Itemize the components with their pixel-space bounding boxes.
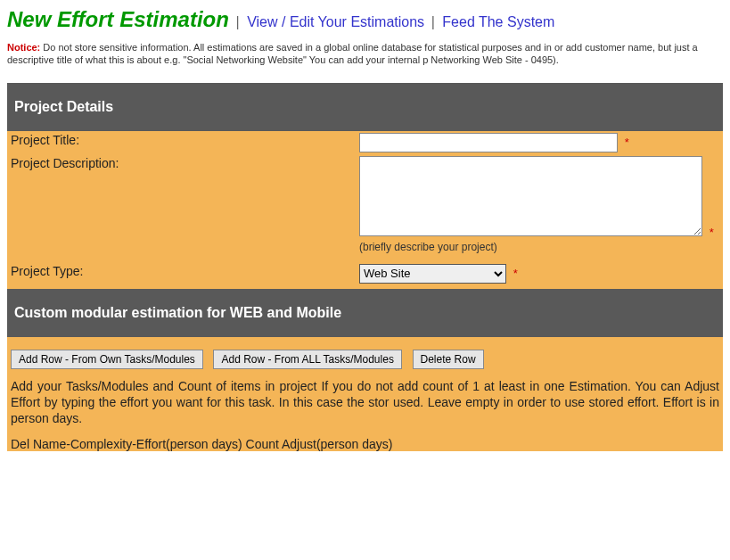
notice-block: Notice: Do not store sensitive informati…	[7, 41, 723, 67]
separator: |	[236, 14, 244, 29]
col-name: Name-Complexity-Effort(person days)	[33, 437, 242, 451]
project-details-panel: Project Details Project Title: * Project…	[7, 83, 723, 452]
view-edit-link[interactable]: View / Edit Your Estimations	[247, 14, 424, 29]
notice-text: Do not store sensitive information. All …	[7, 42, 698, 65]
page-title: New Effort Estimation	[7, 7, 229, 31]
required-marker: *	[625, 136, 629, 149]
project-details-header: Project Details	[7, 83, 723, 131]
col-count: Count	[246, 437, 279, 451]
project-description-label: Project Description:	[7, 156, 359, 170]
separator: |	[431, 14, 439, 29]
col-adjust: Adjust(person days)	[282, 437, 393, 451]
project-title-input[interactable]	[359, 133, 618, 152]
add-row-all-button[interactable]: Add Row - From ALL Tasks/Modules	[213, 350, 401, 369]
project-description-input[interactable]	[359, 156, 702, 236]
custom-help-text: Add your Tasks/Modules and Count of item…	[7, 378, 723, 438]
col-del: Del	[11, 437, 29, 451]
add-row-own-button[interactable]: Add Row - From Own Tasks/Modules	[11, 350, 203, 369]
tasks-table-header: Del Name-Complexity-Effort(person days) …	[7, 437, 723, 451]
required-marker: *	[709, 226, 714, 239]
project-title-label: Project Title:	[7, 133, 359, 152]
notice-label: Notice:	[7, 42, 40, 53]
feed-system-link[interactable]: Feed The System	[442, 14, 554, 29]
project-type-select[interactable]: Web Site	[359, 264, 506, 284]
required-marker: *	[513, 267, 518, 280]
description-hint: (briefly describe your project)	[359, 241, 714, 253]
custom-section-header: Custom modular estimation for WEB and Mo…	[7, 289, 723, 337]
project-type-label: Project Type:	[7, 264, 359, 284]
delete-row-button[interactable]: Delete Row	[413, 350, 484, 369]
